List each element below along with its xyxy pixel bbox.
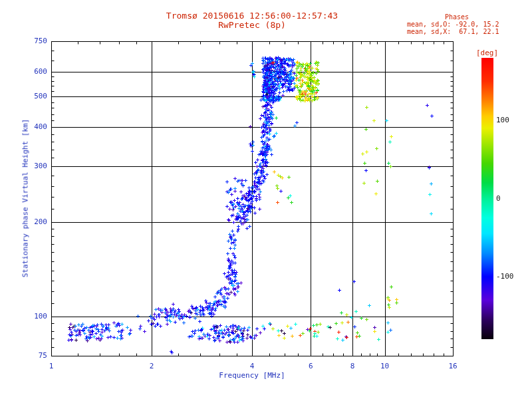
y-tick-label: 100 bbox=[21, 312, 47, 321]
colorbar-gradient bbox=[481, 58, 493, 339]
y-tick-label: 600 bbox=[21, 67, 47, 76]
y-tick-label: 500 bbox=[21, 92, 47, 101]
y-tick-label: 75 bbox=[21, 351, 47, 360]
x-tick-label: 8 bbox=[339, 362, 366, 371]
y-tick-label: 200 bbox=[21, 217, 47, 227]
plot-subtitle: RwPretec (8p) bbox=[51, 21, 453, 29]
y-axis-label: Stationary phase Virtual Height [km] bbox=[21, 119, 30, 277]
x-tick-label: 10 bbox=[372, 362, 398, 371]
y-tick-label: 300 bbox=[21, 162, 47, 171]
phase-stats-header: Phases bbox=[407, 13, 507, 21]
x-tick-label: 6 bbox=[297, 362, 324, 371]
y-tick-label: 750 bbox=[21, 37, 47, 46]
x-tick-label: 1 bbox=[38, 362, 65, 371]
colorbar-tick-label: 0 bbox=[496, 194, 525, 203]
x-axis-label: Frequency [MHz] bbox=[51, 371, 453, 380]
phase-stats-block: Phases mean, sd,O: -92.0, 15.2 mean, sd,… bbox=[407, 13, 523, 35]
phase-stats-x-line: mean, sd,X: 67.1, 22.1 bbox=[407, 28, 523, 35]
colorbar-tick-label: 100 bbox=[496, 116, 525, 125]
y-tick-label: 400 bbox=[21, 122, 47, 132]
x-tick-label: 2 bbox=[138, 362, 165, 371]
plot-canvas bbox=[0, 0, 532, 399]
plot-title: Tromsø 20150616 12:56:00-12:57:43 bbox=[51, 11, 453, 20]
phase-stats-o-line: mean, sd,O: -92.0, 15.2 bbox=[407, 21, 523, 28]
x-tick-label: 16 bbox=[440, 362, 466, 371]
ionogram-screenshot: Tromsø 20150616 12:56:00-12:57:43 RwPret… bbox=[0, 0, 532, 399]
plot-title-block: Tromsø 20150616 12:56:00-12:57:43 RwPret… bbox=[51, 11, 453, 29]
colorbar-tick-label: -100 bbox=[496, 272, 525, 281]
colorbar-unit-label: [deg] bbox=[476, 49, 516, 57]
x-tick-label: 4 bbox=[239, 362, 265, 371]
